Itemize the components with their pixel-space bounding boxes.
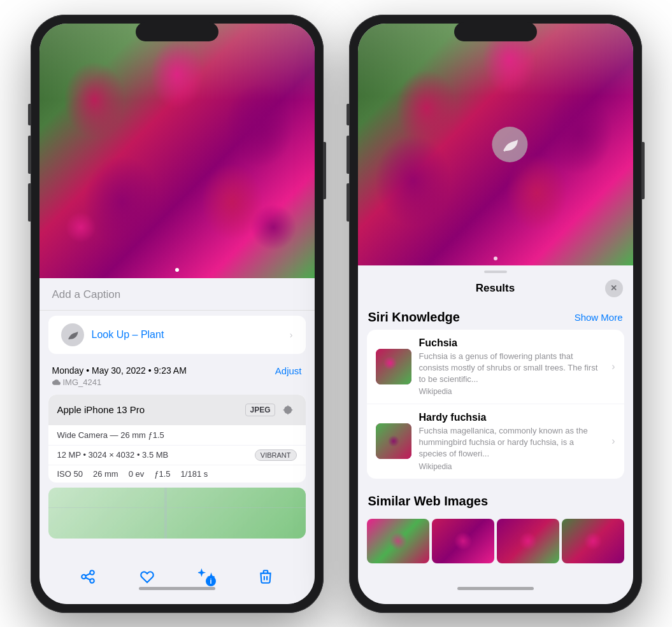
- knowledge-item-fuchsia[interactable]: Fuchsia Fuchsia is a genus of flowering …: [367, 330, 624, 405]
- ev-value: 0 ev: [129, 469, 145, 479]
- left-screen: Add a Caption Look Up – Plant ›: [39, 24, 315, 604]
- caption-placeholder: Add a Caption: [52, 288, 121, 300]
- location-row: IMG_4241: [52, 377, 187, 387]
- hardy-fuchsia-name: Hardy fuchsia: [419, 412, 602, 423]
- toolbar: i: [39, 568, 315, 585]
- delete-button[interactable]: [257, 568, 274, 585]
- web-image-3[interactable]: [497, 519, 559, 563]
- share-button[interactable]: [80, 568, 96, 585]
- fuchsia-name: Fuchsia: [419, 337, 602, 349]
- map-preview[interactable]: [48, 488, 306, 539]
- hardy-fuchsia-source: Wikipedia: [419, 462, 602, 471]
- lookup-chevron-icon: ›: [290, 330, 293, 340]
- siri-knowledge-header: Siri Knowledge Show More: [358, 306, 633, 330]
- vibrant-badge: VIBRANT: [255, 449, 297, 461]
- fuchsia-thumbnail: [376, 349, 411, 384]
- info-badge: i: [206, 576, 216, 586]
- web-images-header: Similar Web Images: [358, 490, 633, 514]
- web-images-title: Similar Web Images: [368, 494, 489, 509]
- web-image-2[interactable]: [432, 519, 494, 563]
- siri-knowledge-title: Siri Knowledge: [368, 310, 460, 325]
- leaf-icon: [66, 328, 79, 341]
- date-row: Monday • May 30, 2022 • 9:23 AM IMG_4241…: [39, 359, 315, 390]
- visual-lookup-button[interactable]: [492, 127, 527, 162]
- heart-button[interactable]: [139, 568, 155, 585]
- results-header: Results ✕: [358, 279, 633, 306]
- hardy-fuchsia-chevron-icon: ›: [611, 435, 615, 447]
- camera-specs: 12 MP • 3024 × 4032 • 3.5 MB VIBRANT: [48, 446, 306, 465]
- shutter-value: 1/181 s: [181, 469, 208, 479]
- right-screen: Results ✕ Siri Knowledge Show More: [358, 24, 633, 604]
- date-info: Monday • May 30, 2022 • 9:23 AM IMG_4241: [52, 365, 187, 387]
- web-images-section: Similar Web Images: [358, 485, 633, 568]
- camera-header: Apple iPhone 13 Pro JPEG: [48, 395, 306, 425]
- focal-value: 26 mm: [93, 469, 118, 479]
- show-more-button[interactable]: Show More: [575, 312, 623, 323]
- close-button[interactable]: ✕: [605, 279, 623, 297]
- results-title: Results: [386, 282, 605, 295]
- trash-icon: [257, 568, 274, 585]
- camera-settings-icon[interactable]: [279, 401, 297, 419]
- flower-photo-left[interactable]: [39, 24, 315, 278]
- web-images-grid: [358, 514, 633, 568]
- camera-info-card: Apple iPhone 13 Pro JPEG Wide Camera — 2…: [48, 395, 306, 483]
- web-image-4[interactable]: [562, 519, 624, 563]
- fuchsia-source: Wikipedia: [419, 387, 602, 396]
- results-panel: Results ✕ Siri Knowledge Show More: [358, 265, 633, 604]
- home-indicator: [139, 587, 215, 590]
- hardy-fuchsia-content: Hardy fuchsia Fuchsia magellanica, commo…: [419, 412, 602, 471]
- carousel-dot: [494, 257, 497, 260]
- web-image-1[interactable]: [367, 519, 429, 563]
- hardy-fuchsia-desc: Fuchsia magellanica, commonly known as t…: [419, 425, 602, 460]
- knowledge-item-hardy-fuchsia[interactable]: Hardy fuchsia Fuchsia magellanica, commo…: [367, 404, 624, 479]
- heart-icon: [139, 568, 155, 585]
- jpeg-badge: JPEG: [245, 404, 275, 416]
- drag-handle[interactable]: [484, 271, 507, 273]
- visual-lookup-icon: [61, 323, 84, 346]
- right-phone: Results ✕ Siri Knowledge Show More: [349, 15, 642, 613]
- fuchsia-chevron-icon: ›: [611, 361, 615, 372]
- share-icon: [80, 568, 96, 585]
- adjust-button[interactable]: Adjust: [275, 365, 302, 376]
- caption-area[interactable]: Add a Caption: [39, 278, 315, 311]
- knowledge-card: Fuchsia Fuchsia is a genus of flowering …: [367, 330, 624, 479]
- lookup-row[interactable]: Look Up – Plant ›: [48, 316, 306, 354]
- fuchsia-content: Fuchsia Fuchsia is a genus of flowering …: [419, 337, 602, 397]
- left-phone: Add a Caption Look Up – Plant ›: [31, 15, 324, 613]
- leaf-lookup-icon: [500, 135, 519, 154]
- photo-info-panel: Add a Caption Look Up – Plant ›: [39, 278, 315, 604]
- fuchsia-desc: Fuchsia is a genus of flowering plants t…: [419, 351, 602, 386]
- exif-row: ISO 50 26 mm 0 ev ƒ1.5 1/181 s: [48, 465, 306, 483]
- cloud-icon: [52, 378, 61, 386]
- info-button[interactable]: i: [198, 568, 215, 585]
- aperture-value: ƒ1.5: [154, 469, 170, 479]
- flower-photo-right[interactable]: [358, 24, 633, 265]
- home-indicator-right: [457, 587, 534, 590]
- hardy-fuchsia-thumbnail: [376, 423, 411, 459]
- camera-detail: Wide Camera — 26 mm ƒ1.5: [48, 425, 306, 446]
- lookup-label: Look Up – Plant: [92, 329, 282, 341]
- iso-value: ISO 50: [57, 469, 83, 479]
